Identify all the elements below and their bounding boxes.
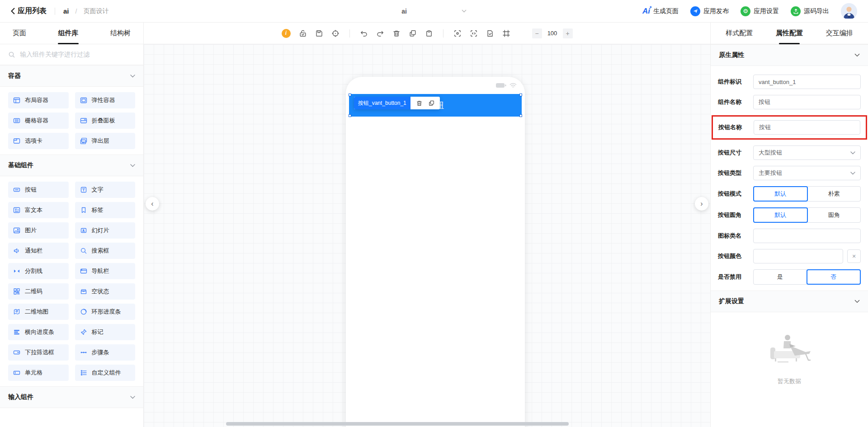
canvas-vant-button[interactable]: 按钮 按钮_vant_button_1 <box>349 94 522 117</box>
component-item-navbar[interactable]: 导航栏 <box>75 263 136 279</box>
section-header-基础组件[interactable]: 基础组件 <box>0 155 143 176</box>
save-icon[interactable] <box>315 29 323 38</box>
field-component-name: 组件名称 <box>718 95 861 109</box>
component-item-h-progress[interactable]: 横向进度条 <box>8 324 69 340</box>
field-input-component-name[interactable] <box>753 95 861 109</box>
code-scan-icon[interactable] <box>470 29 478 38</box>
selection-handle[interactable] <box>519 94 522 96</box>
header-divider <box>55 8 55 15</box>
tab-components[interactable]: 组件库 <box>58 23 79 44</box>
undo-icon[interactable] <box>360 29 368 38</box>
user-avatar[interactable] <box>841 3 857 19</box>
horizontal-scrollbar[interactable] <box>226 422 569 426</box>
segment-option-disabled-0[interactable]: 是 <box>753 269 807 285</box>
settings-icon: ⚙ <box>741 6 750 16</box>
zoom-out-button[interactable]: − <box>532 28 542 38</box>
component-item-circle-progress[interactable]: 环形进度条 <box>75 304 136 320</box>
delete-icon[interactable] <box>392 29 401 38</box>
native-props-section-header[interactable]: 原生属性 <box>711 44 868 66</box>
collapse-left-panel-button[interactable]: ‹ <box>146 197 159 211</box>
back-to-app-list[interactable]: 应用列表 <box>11 6 47 16</box>
component-item-carousel[interactable]: 幻灯片 <box>75 222 136 239</box>
segment-option-disabled-1[interactable]: 否 <box>807 269 861 285</box>
component-item-steps[interactable]: 步骤条 <box>75 344 136 361</box>
clear-color-button[interactable]: ✕ <box>847 249 861 263</box>
field-component-id: 组件标识 <box>718 75 861 89</box>
component-item-tag[interactable]: 标签 <box>75 202 136 218</box>
field-select-button-type[interactable]: 主要按钮 <box>753 166 861 180</box>
section-header-容器[interactable]: 容器 <box>0 65 143 87</box>
map-icon <box>13 308 20 315</box>
component-item-qrcode[interactable]: 二维码 <box>8 283 69 300</box>
preview-scan-icon[interactable] <box>453 29 462 38</box>
component-item-button[interactable]: 按钮 <box>8 182 69 198</box>
segment-option-button-mode-0[interactable]: 默认 <box>753 186 808 202</box>
component-item-image[interactable]: 图片 <box>8 222 69 239</box>
page-select-value: ai <box>401 8 407 15</box>
tab-interaction[interactable]: 交互编排 <box>826 23 853 44</box>
field-input-button-color[interactable] <box>753 249 843 263</box>
chevron-down-icon <box>462 9 467 13</box>
popup-layer-icon <box>80 137 87 145</box>
section-header-输入组件[interactable]: 输入组件 <box>0 386 143 408</box>
extension-section-header[interactable]: 扩展设置 <box>711 291 868 312</box>
component-item-divider-line[interactable]: 分割线 <box>8 263 69 279</box>
copy-icon[interactable] <box>409 29 417 38</box>
selection-handle[interactable] <box>519 114 522 117</box>
tab-structure[interactable]: 结构树 <box>110 23 131 44</box>
component-item-flex-container[interactable]: 弹性容器 <box>75 92 136 108</box>
breadcrumb-page: 页面设计 <box>83 7 108 15</box>
ai-logo-icon: Ai✦ <box>642 7 650 16</box>
page-select-dropdown[interactable]: ai <box>342 0 467 23</box>
unlock-icon[interactable] <box>299 29 307 38</box>
field-select-button-size[interactable]: 大型按钮 <box>753 145 861 160</box>
component-item-tabs-card[interactable]: 选项卡 <box>8 133 69 149</box>
zoom-in-button[interactable]: + <box>563 28 573 38</box>
select-value: 大型按钮 <box>759 149 782 157</box>
tab-props-config[interactable]: 属性配置 <box>776 23 803 44</box>
header-action-generate-page[interactable]: Ai✦生成页面 <box>642 7 679 16</box>
header-action-app-publish[interactable]: 应用发布 <box>690 6 729 16</box>
component-item-collapse-panel[interactable]: 折叠面板 <box>75 113 136 129</box>
component-item-label: 导航栏 <box>92 267 109 275</box>
component-item-notice-bar[interactable]: 通知栏 <box>8 243 69 259</box>
component-item-custom-component[interactable]: 自定义组件 <box>75 365 136 381</box>
redo-icon[interactable] <box>376 29 384 38</box>
component-item-rich-text[interactable]: 富文本 <box>8 202 69 218</box>
field-input-component-id[interactable] <box>753 75 861 89</box>
component-item-search-box[interactable]: 搜索框 <box>75 243 136 259</box>
target-icon[interactable] <box>331 29 340 38</box>
segment-option-button-radius-1[interactable]: 圆角 <box>807 207 861 223</box>
segment-option-button-mode-1[interactable]: 朴素 <box>807 186 861 202</box>
component-item-text[interactable]: 文字 <box>75 182 136 198</box>
component-item-label: 标记 <box>92 328 104 336</box>
component-item-cell[interactable]: 单元格 <box>8 365 69 381</box>
component-item-marker[interactable]: 标记 <box>75 324 136 340</box>
component-item-empty-state[interactable]: 空状态 <box>75 283 136 300</box>
frame-icon[interactable] <box>502 29 510 38</box>
info-icon[interactable]: i <box>282 29 291 38</box>
selection-handle[interactable] <box>349 94 351 96</box>
delete-component-icon[interactable] <box>416 100 423 107</box>
circle-progress-icon <box>80 308 87 315</box>
component-item-dropdown-filter[interactable]: 下拉筛选框 <box>8 344 69 361</box>
component-item-label: 通知栏 <box>25 247 42 255</box>
tab-style-config[interactable]: 样式配置 <box>726 23 753 44</box>
field-input-icon-class[interactable] <box>753 229 861 243</box>
segment-option-button-radius-0[interactable]: 默认 <box>753 207 808 223</box>
doc-check-icon[interactable] <box>486 29 494 38</box>
component-item-map[interactable]: 二维地图 <box>8 304 69 320</box>
chevron-down-icon <box>130 75 135 78</box>
paste-icon[interactable] <box>425 29 433 38</box>
header-action-app-settings[interactable]: ⚙应用设置 <box>741 6 779 16</box>
collapse-right-panel-button[interactable]: › <box>695 197 708 211</box>
field-input-button-name[interactable] <box>754 120 860 135</box>
copy-component-icon[interactable] <box>428 100 435 107</box>
component-item-popup-layer[interactable]: 弹出层 <box>75 133 136 149</box>
tab-pages[interactable]: 页面 <box>13 23 26 44</box>
header-action-code-export[interactable]: 源码导出 <box>791 6 829 16</box>
component-item-grid-container[interactable]: 栅格容器 <box>8 113 69 129</box>
selection-handle[interactable] <box>349 114 351 117</box>
component-item-layout-container[interactable]: 布局容器 <box>8 92 69 108</box>
component-search[interactable]: 输入组件关键字进行过滤 <box>0 44 143 65</box>
